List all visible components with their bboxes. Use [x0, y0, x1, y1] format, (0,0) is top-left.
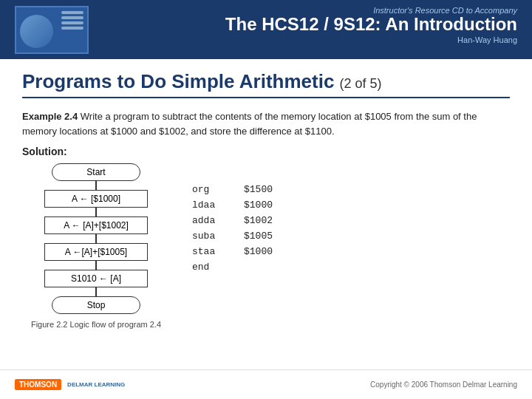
example-text: Write a program to subtract the contents…	[22, 111, 477, 137]
header: Instructor's Resource CD to Accompany Th…	[0, 0, 532, 59]
flowchart: Start A ← [$1000] A ← [A]+[$1002] A ←[A]…	[22, 163, 170, 314]
code-operand: $1500	[244, 184, 273, 195]
footer-copyright: Copyright © 2006 Thomson Delmar Learning	[370, 381, 517, 389]
solution-label: Solution:	[22, 146, 510, 157]
code-instruction: ldaa	[192, 200, 229, 211]
page-subtitle: (2 of 5)	[340, 76, 382, 91]
code-row: org $1500	[192, 184, 273, 195]
code-row: suba $1005	[192, 231, 273, 242]
header-author: Han-Way Huang	[457, 35, 517, 44]
flowchart-container: Start A ← [$1000] A ← [A]+[$1002] A ←[A]…	[22, 163, 170, 329]
example-description: Example 2.4 Write a program to subtract …	[22, 109, 510, 138]
code-instruction: staa	[192, 246, 229, 257]
page-title-text: Programs to Do Simple Arithmetic	[22, 70, 334, 92]
code-operand: $1000	[244, 246, 273, 257]
header-title: The HCS12 / 9S12: An Introduction	[225, 15, 517, 34]
flowchart-node-start: Start	[52, 163, 140, 181]
flowchart-node-2: A ← [A]+[$1002]	[44, 216, 148, 234]
page-title: Programs to Do Simple Arithmetic (2 of 5…	[22, 70, 510, 98]
logo-line	[61, 21, 83, 24]
figure-caption: Figure 2.2 Logic flow of program 2.4	[22, 320, 170, 329]
footer-sub-brand: DELMAR LEARNING	[67, 381, 125, 388]
flow-connector	[95, 287, 97, 296]
header-text-block: Instructor's Resource CD to Accompany Th…	[225, 6, 517, 44]
solution-section: Start A ← [$1000] A ← [A]+[$1002] A ←[A]…	[22, 163, 510, 329]
footer-logo: THOMSON DELMAR LEARNING	[15, 379, 125, 390]
header-logo	[7, 4, 96, 55]
flowchart-node-stop: Stop	[52, 296, 140, 314]
code-row: adda $1002	[192, 215, 273, 226]
logo-image	[15, 6, 89, 54]
logo-line	[61, 11, 83, 14]
logo-lines	[61, 11, 83, 30]
flowchart-node-1: A ← [$1000]	[44, 190, 148, 208]
flow-connector	[95, 208, 97, 216]
code-listing: org $1500 ldaa $1000 adda $1002 suba $10…	[192, 184, 273, 329]
flowchart-node-3: A ←[A]+[$1005]	[44, 243, 148, 261]
code-operand: $1002	[244, 215, 273, 226]
main-content: Programs to Do Simple Arithmetic (2 of 5…	[0, 59, 532, 340]
code-instruction: org	[192, 184, 229, 195]
code-instruction: end	[192, 262, 229, 273]
logo-line	[61, 16, 83, 19]
code-row: end	[192, 262, 273, 273]
logo-circle	[20, 15, 53, 48]
code-instruction: adda	[192, 215, 229, 226]
code-operand: $1005	[244, 231, 273, 242]
flow-connector	[95, 181, 97, 190]
thomson-brand: THOMSON	[15, 379, 61, 390]
code-operand: $1000	[244, 200, 273, 211]
code-row: staa $1000	[192, 246, 273, 257]
flowchart-node-4: S1010 ← [A]	[44, 270, 148, 287]
flow-connector	[95, 234, 97, 243]
flow-connector	[95, 261, 97, 270]
example-label: Example 2.4	[22, 111, 78, 122]
logo-line	[61, 27, 83, 30]
code-instruction: suba	[192, 231, 229, 242]
footer: THOMSON DELMAR LEARNING Copyright © 2006…	[0, 369, 532, 399]
code-row: ldaa $1000	[192, 200, 273, 211]
